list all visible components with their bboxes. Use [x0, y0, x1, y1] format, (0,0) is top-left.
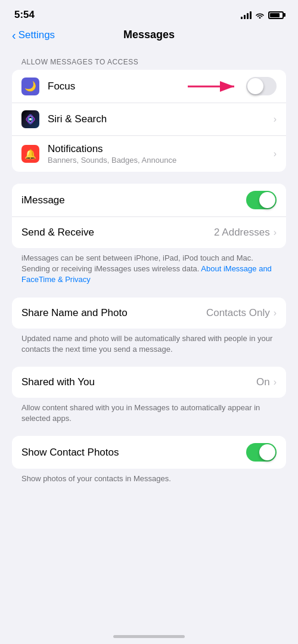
shared-with-you-info-text: Allow content shared with you in Message… [0, 398, 298, 424]
share-name-photo-chevron-icon: › [274, 308, 277, 318]
share-name-photo-label: Share Name and Photo [21, 307, 201, 319]
back-button[interactable]: ‹ Settings [12, 29, 55, 41]
red-arrow-annotation [188, 78, 241, 95]
imessage-label: iMessage [21, 194, 246, 206]
status-time: 5:54 [14, 9, 35, 21]
focus-row[interactable]: 🌙 Focus [12, 70, 286, 103]
show-contact-photos-row[interactable]: Show Contact Photos [12, 436, 286, 469]
send-receive-label: Send & Receive [21, 227, 209, 239]
imessage-info-text: iMessages can be sent between iPhone, iP… [0, 248, 298, 286]
focus-label: Focus [48, 80, 188, 92]
status-icons [241, 11, 284, 19]
home-indicator [113, 635, 185, 638]
show-contact-photos-card: Show Contact Photos [12, 436, 286, 469]
shared-with-you-card: Shared with You On › [12, 367, 286, 398]
send-receive-chevron-icon: › [274, 227, 277, 238]
signal-icon [241, 11, 252, 19]
siri-icon [21, 110, 39, 128]
show-contact-photos-label: Show Contact Photos [21, 447, 246, 459]
show-contact-photos-toggle[interactable] [246, 443, 277, 462]
page-title: Messages [123, 29, 175, 41]
imessage-privacy-link[interactable]: About iMessage and FaceTime & Privacy [21, 264, 272, 284]
nav-bar: ‹ Settings Messages [0, 26, 298, 48]
siri-label: Siri & Search [48, 113, 269, 125]
shared-with-you-chevron-icon: › [274, 377, 277, 388]
show-contact-photos-info-text: Show photos of your contacts in Messages… [0, 469, 298, 484]
share-name-photo-row[interactable]: Share Name and Photo Contacts Only › [12, 298, 286, 329]
back-chevron-icon: ‹ [12, 29, 16, 41]
section-label-allow-access: Allow Messages to Access [0, 48, 298, 70]
shared-with-you-value: On [256, 376, 270, 388]
siri-chevron-icon: › [274, 114, 277, 125]
notifications-chevron-icon: › [274, 148, 277, 159]
wifi-icon [255, 11, 265, 18]
focus-toggle-thumb [247, 78, 263, 94]
show-contact-photos-toggle-thumb [259, 444, 275, 460]
imessage-row[interactable]: iMessage [12, 184, 286, 217]
send-receive-row[interactable]: Send & Receive 2 Addresses › [12, 217, 286, 248]
svg-point-5 [29, 118, 32, 120]
battery-icon [268, 11, 284, 19]
focus-icon: 🌙 [21, 78, 39, 95]
notifications-subtitle: Banners, Sounds, Badges, Announce [48, 156, 269, 165]
allow-access-card: 🌙 Focus [12, 70, 286, 172]
share-name-photo-card: Share Name and Photo Contacts Only › [12, 298, 286, 329]
shared-with-you-row[interactable]: Shared with You On › [12, 367, 286, 398]
imessage-toggle[interactable] [246, 191, 277, 209]
share-name-photo-info-text: Updated name and photo will be automatic… [0, 329, 298, 355]
back-label: Settings [18, 29, 55, 41]
send-receive-value: 2 Addresses [214, 227, 270, 239]
notifications-row[interactable]: 🔔 Notifications Banners, Sounds, Badges,… [12, 136, 286, 172]
notifications-icon: 🔔 [21, 145, 39, 163]
imessage-card: iMessage Send & Receive 2 Addresses › [12, 184, 286, 248]
notifications-label: Notifications [48, 143, 269, 155]
share-name-photo-value: Contacts Only [206, 307, 270, 319]
focus-toggle[interactable] [246, 77, 277, 95]
imessage-toggle-thumb [259, 192, 275, 208]
shared-with-you-label: Shared with You [21, 376, 252, 388]
siri-search-row[interactable]: Siri & Search › [12, 103, 286, 136]
status-bar: 5:54 [0, 0, 298, 26]
